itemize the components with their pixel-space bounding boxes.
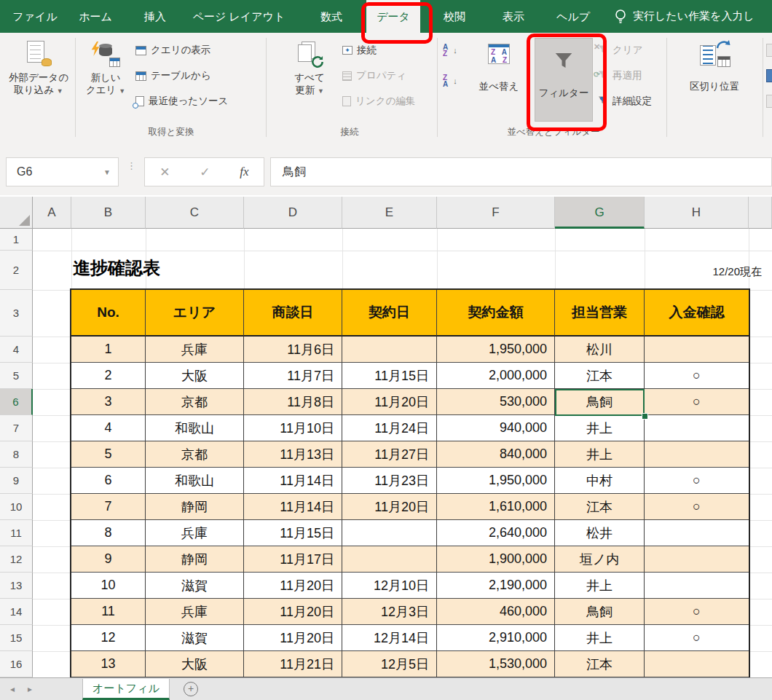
select-all-corner[interactable]	[0, 197, 33, 229]
ribbon-tab-view[interactable]: 表示	[489, 0, 537, 33]
cell-no[interactable]: 6	[71, 468, 146, 494]
cell-contract-date[interactable]: 11月24日	[342, 415, 437, 441]
ribbon-tab-file[interactable]: ファイル	[9, 0, 61, 33]
row-header-15[interactable]: 15	[0, 625, 33, 651]
refresh-all-button[interactable]: すべて 更新 ▼	[283, 36, 336, 98]
cell-amount[interactable]: 2,190,000	[437, 573, 555, 599]
cell-paid[interactable]: ○	[645, 599, 749, 625]
row-header-2[interactable]: 2	[0, 251, 33, 290]
row-header-4[interactable]: 4	[0, 337, 33, 363]
cell-meeting-date[interactable]: 11月14日	[244, 494, 342, 520]
cell-meeting-date[interactable]: 11月7日	[244, 363, 342, 389]
cell-no[interactable]: 1	[71, 337, 146, 363]
cell-contract-date[interactable]: 11月23日	[342, 468, 437, 494]
from-table-button[interactable]: テーブルから	[135, 68, 211, 84]
cell-amount[interactable]: 460,000	[437, 599, 555, 625]
cell-contract-date[interactable]: 12月10日	[342, 573, 437, 599]
cell-area[interactable]: 兵庫	[146, 337, 244, 363]
row-header-7[interactable]: 7	[0, 415, 33, 441]
cell-area[interactable]: 京都	[146, 389, 244, 415]
cell-paid[interactable]: ○	[645, 468, 749, 494]
column-header-e[interactable]: E	[342, 197, 437, 229]
cell-area[interactable]: 兵庫	[146, 599, 244, 625]
recent-sources-button[interactable]: 最近使ったソース	[135, 93, 228, 109]
cell-meeting-date[interactable]: 11月8日	[244, 389, 342, 415]
enter-icon[interactable]: ✓	[200, 165, 210, 180]
cell-no[interactable]: 13	[71, 651, 146, 677]
sort-button[interactable]: ZA AZ 並べ替え	[470, 36, 527, 93]
sheet-nav-right-icon[interactable]: ▸	[28, 684, 32, 694]
cell-paid[interactable]: ○	[645, 363, 749, 389]
cell-amount[interactable]: 2,640,000	[437, 520, 555, 546]
formula-input[interactable]: 鳥飼	[270, 157, 772, 186]
column-header-f[interactable]: F	[437, 197, 555, 229]
cell-amount[interactable]: 530,000	[437, 389, 555, 415]
cell-meeting-date[interactable]: 11月17日	[244, 546, 342, 573]
cell-amount[interactable]: 1,530,000	[437, 651, 555, 677]
cell-area[interactable]: 静岡	[146, 494, 244, 520]
cell-meeting-date[interactable]: 11月15日	[244, 520, 342, 546]
column-header-h[interactable]: H	[645, 197, 749, 229]
column-header-g[interactable]: G	[555, 197, 645, 229]
cell-area[interactable]: 滋賀	[146, 573, 244, 599]
sheet-nav-left-icon[interactable]: ◂	[10, 684, 15, 694]
cell-area[interactable]: 兵庫	[146, 520, 244, 546]
cell-rep[interactable]: 江本	[555, 651, 645, 677]
row-header-5[interactable]: 5	[0, 363, 33, 389]
cell-area[interactable]: 大阪	[146, 651, 244, 677]
cell-meeting-date[interactable]: 11月10日	[244, 415, 342, 441]
cell-no[interactable]: 4	[71, 415, 146, 441]
add-sheet-button[interactable]: +	[184, 682, 198, 696]
ribbon-tab-review[interactable]: 校閲	[429, 0, 480, 33]
show-queries-button[interactable]: クエリの表示	[135, 42, 210, 58]
cell-contract-date[interactable]	[342, 546, 437, 573]
cell-area[interactable]: 和歌山	[146, 468, 244, 494]
cell-amount[interactable]: 1,950,000	[437, 337, 555, 363]
ribbon-tab-formulas[interactable]: 数式	[306, 0, 357, 33]
cell-rep[interactable]: 井上	[555, 441, 645, 468]
row-header-6[interactable]: 6	[0, 389, 33, 415]
cell-meeting-date[interactable]: 11月20日	[244, 573, 342, 599]
column-header-c[interactable]: C	[146, 197, 244, 229]
cell-area[interactable]: 和歌山	[146, 415, 244, 441]
cell-paid[interactable]: ○	[645, 389, 749, 415]
header-amount[interactable]: 契約金額	[437, 290, 555, 337]
cell-paid[interactable]: ○	[645, 494, 749, 520]
row-header-1[interactable]: 1	[0, 229, 33, 251]
properties-button[interactable]: プロパティ	[342, 68, 406, 84]
cell-no[interactable]: 8	[71, 520, 146, 546]
ribbon-tab-insert[interactable]: 挿入	[131, 0, 179, 33]
cell-no[interactable]: 3	[71, 389, 146, 415]
connections-button[interactable]: ✦ 接続	[342, 42, 377, 58]
header-no[interactable]: No.	[71, 290, 146, 337]
cell-rep[interactable]: 松川	[555, 337, 645, 363]
cell-contract-date[interactable]	[342, 520, 437, 546]
insert-function-icon[interactable]: fx	[240, 165, 248, 179]
cell-paid[interactable]	[645, 651, 749, 677]
cell-amount[interactable]: 2,910,000	[437, 625, 555, 651]
name-box-dropdown-icon[interactable]: ▼	[103, 168, 111, 176]
header-paid[interactable]: 入金確認	[645, 290, 749, 337]
reapply-filter-button[interactable]: ⟳ 再適用	[597, 68, 642, 84]
cell-no[interactable]: 12	[71, 625, 146, 651]
cancel-icon[interactable]: ✕	[159, 165, 170, 180]
cell-rep[interactable]: 中村	[555, 468, 645, 494]
cell-rep[interactable]: 江本	[555, 494, 645, 520]
cell-area[interactable]: 大阪	[146, 363, 244, 389]
cell-paid[interactable]	[645, 546, 749, 573]
cell-no[interactable]: 10	[71, 573, 146, 599]
row-header-16[interactable]: 16	[0, 651, 33, 677]
cell-area[interactable]: 静岡	[146, 546, 244, 573]
cell-meeting-date[interactable]: 11月21日	[244, 651, 342, 677]
cell-meeting-date[interactable]: 11月13日	[244, 441, 342, 468]
fill-handle[interactable]	[642, 413, 648, 420]
cell-contract-date[interactable]	[342, 337, 437, 363]
cell-amount[interactable]: 940,000	[437, 415, 555, 441]
advanced-filter-button[interactable]: ✎ 詳細設定	[597, 93, 652, 109]
cell-contract-date[interactable]: 12月3日	[342, 599, 437, 625]
cell-contract-date[interactable]: 11月15日	[342, 363, 437, 389]
new-query-button[interactable]: 新しい クエリ ▼	[82, 36, 130, 98]
clear-filter-button[interactable]: ✕ クリア	[597, 42, 642, 58]
cell-rep[interactable]: 井上	[555, 415, 645, 441]
cell-contract-date[interactable]: 11月20日	[342, 389, 437, 415]
